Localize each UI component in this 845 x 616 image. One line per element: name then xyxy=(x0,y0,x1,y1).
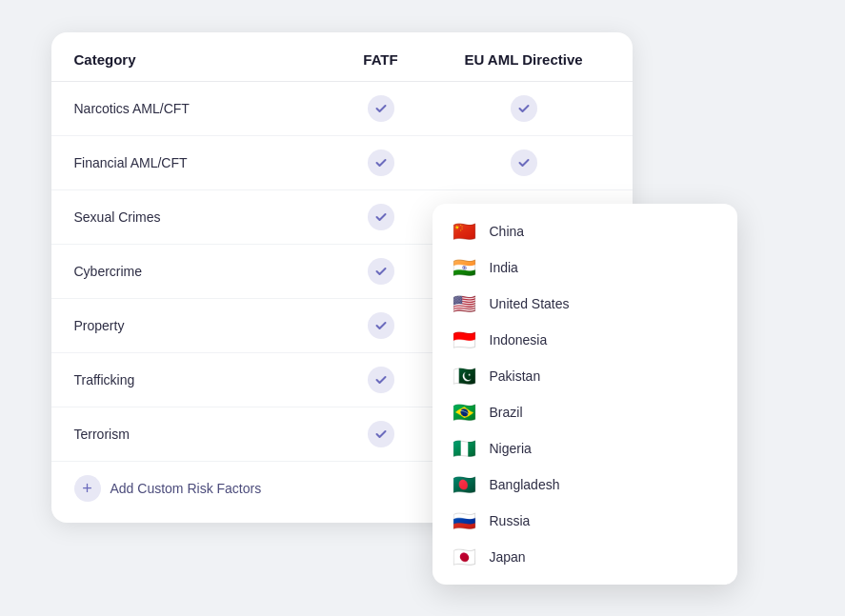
country-item-china[interactable]: 🇨🇳 China xyxy=(433,213,737,249)
fatf-check-cell xyxy=(324,95,438,122)
country-name-russia: Russia xyxy=(490,513,531,528)
col-category-header: Category xyxy=(74,51,324,68)
fatf-check-cell xyxy=(324,367,438,393)
country-name-nigeria: Nigeria xyxy=(490,441,532,456)
table-row: Financial AML/CFT xyxy=(51,136,633,190)
scene: Category FATF EU AML Directive Narcotics… xyxy=(32,23,814,594)
row-label: Terrorism xyxy=(74,427,324,442)
check-circle xyxy=(368,204,394,230)
flag-pakistan: 🇵🇰 xyxy=(452,367,478,386)
check-circle xyxy=(368,149,394,176)
table-header: Category FATF EU AML Directive xyxy=(51,32,633,82)
country-item-us[interactable]: 🇺🇸 United States xyxy=(433,286,737,322)
country-item-indonesia[interactable]: 🇮🇩 Indonesia xyxy=(433,322,737,358)
country-name-pakistan: Pakistan xyxy=(490,368,541,384)
country-item-brazil[interactable]: 🇧🇷 Brazil xyxy=(433,394,737,430)
check-circle xyxy=(368,367,394,393)
col-eu-aml-header: EU AML Directive xyxy=(438,51,610,68)
country-name-japan: Japan xyxy=(490,549,526,565)
check-circle xyxy=(368,312,394,339)
row-label: Property xyxy=(74,318,324,333)
fatf-check-cell xyxy=(324,312,438,339)
flag-china: 🇨🇳 xyxy=(452,222,478,241)
flag-brazil: 🇧🇷 xyxy=(452,403,478,422)
add-icon: + xyxy=(74,475,101,502)
check-circle xyxy=(368,421,394,447)
fatf-check-cell xyxy=(324,204,438,230)
checkmark-icon xyxy=(374,427,388,441)
country-name-brazil: Brazil xyxy=(490,405,523,420)
country-item-japan[interactable]: 🇯🇵 Japan xyxy=(433,539,737,575)
table-row: Narcotics AML/CFT xyxy=(51,82,633,136)
country-name-indonesia: Indonesia xyxy=(490,332,548,348)
flag-india: 🇮🇳 xyxy=(452,258,478,277)
flag-us: 🇺🇸 xyxy=(452,294,478,313)
flag-russia: 🇷🇺 xyxy=(452,511,478,530)
row-label: Cybercrime xyxy=(74,264,324,279)
country-item-nigeria[interactable]: 🇳🇬 Nigeria xyxy=(433,430,737,467)
flag-bangladesh: 🇧🇩 xyxy=(452,475,478,494)
flag-japan: 🇯🇵 xyxy=(452,547,478,566)
country-item-bangladesh[interactable]: 🇧🇩 Bangladesh xyxy=(433,467,737,503)
checkmark-icon xyxy=(374,265,388,278)
row-label: Financial AML/CFT xyxy=(74,155,324,170)
checkmark-icon xyxy=(517,156,531,169)
checkmark-icon xyxy=(374,102,388,115)
fatf-check-cell xyxy=(324,258,438,285)
eu-aml-check-cell xyxy=(438,149,610,176)
eu-aml-check-cell xyxy=(438,95,610,122)
country-item-india[interactable]: 🇮🇳 India xyxy=(433,249,737,286)
checkmark-icon xyxy=(374,210,388,224)
row-label-trafficking: Trafficking xyxy=(74,372,324,387)
country-dropdown: 🇨🇳 China 🇮🇳 India 🇺🇸 United States 🇮🇩 In… xyxy=(433,204,737,585)
checkmark-icon xyxy=(374,319,388,332)
country-item-russia[interactable]: 🇷🇺 Russia xyxy=(433,503,737,539)
check-circle xyxy=(511,149,537,176)
check-circle xyxy=(511,95,537,122)
add-label: Add Custom Risk Factors xyxy=(111,481,262,496)
country-name-us: United States xyxy=(490,296,570,311)
checkmark-icon xyxy=(374,373,388,387)
check-circle xyxy=(368,258,394,285)
check-circle xyxy=(368,95,394,122)
flag-nigeria: 🇳🇬 xyxy=(452,439,478,458)
col-fatf-header: FATF xyxy=(324,51,438,68)
country-name-china: China xyxy=(490,224,525,239)
country-item-pakistan[interactable]: 🇵🇰 Pakistan xyxy=(433,358,737,394)
row-label: Sexual Crimes xyxy=(74,209,324,225)
fatf-check-cell xyxy=(324,149,438,176)
checkmark-icon xyxy=(517,102,531,115)
flag-indonesia: 🇮🇩 xyxy=(452,330,478,349)
checkmark-icon xyxy=(374,156,388,169)
country-name-india: India xyxy=(490,260,518,275)
row-label: Narcotics AML/CFT xyxy=(74,101,324,116)
country-name-bangladesh: Bangladesh xyxy=(490,477,560,492)
fatf-check-cell xyxy=(324,421,438,447)
